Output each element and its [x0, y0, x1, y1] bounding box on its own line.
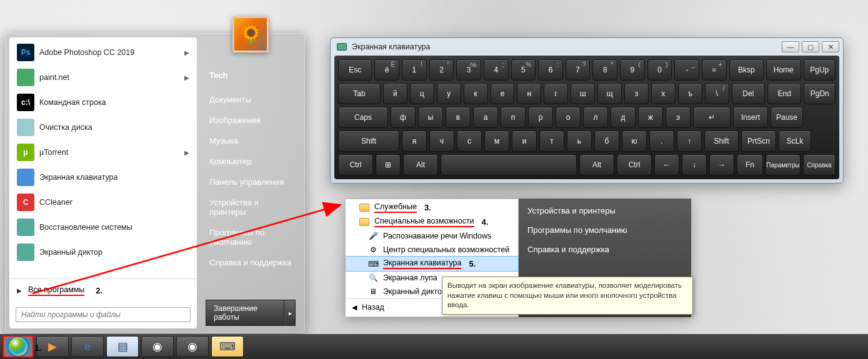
key[interactable]: %5 [511, 59, 536, 81]
key[interactable]: End [767, 83, 801, 104]
key[interactable]: о [556, 107, 581, 128]
key[interactable]: *8 [592, 59, 617, 81]
key[interactable]: (9 [620, 59, 645, 81]
key[interactable]: Alt [579, 154, 614, 175]
key[interactable]: э [666, 107, 691, 128]
key[interactable]: Alt [403, 154, 438, 175]
key[interactable]: . [649, 130, 674, 152]
key[interactable]: р [528, 107, 553, 128]
key[interactable]: ш [571, 83, 595, 104]
shutdown-button[interactable]: Завершение работы [206, 300, 284, 326]
start-right-link[interactable]: Устройства и принтеры [206, 192, 296, 222]
key[interactable]: → [709, 154, 734, 175]
start-right-link[interactable]: Программы по умолчанию [206, 222, 296, 252]
start-button[interactable] [2, 335, 34, 358]
key[interactable] [441, 154, 577, 175]
app-item[interactable]: Очистка диска [12, 115, 194, 140]
key[interactable]: ф [391, 107, 416, 128]
taskbar-chrome2[interactable]: ◉ [176, 336, 209, 357]
start-right-link[interactable]: Изображения [206, 110, 296, 130]
program-item[interactable]: ⚙Центр специальных возможностей [346, 243, 518, 257]
key[interactable]: ↓ [682, 154, 707, 175]
key[interactable]: Pause [771, 107, 803, 128]
key[interactable]: к [464, 83, 488, 104]
key[interactable]: е [491, 83, 515, 104]
start-right-link[interactable]: Компьютер [206, 151, 296, 172]
key[interactable]: щ [597, 83, 622, 104]
app-item[interactable]: c:\ Командная строка [12, 90, 194, 115]
key[interactable]: += [702, 59, 727, 81]
key[interactable]: Insert [733, 107, 768, 128]
key[interactable]: )0 [647, 59, 672, 81]
key[interactable]: :6 [538, 59, 563, 81]
key[interactable]: ;4 [484, 59, 509, 81]
taskbar-libre[interactable]: ▤ [106, 336, 139, 357]
key[interactable]: Bksp [729, 59, 764, 81]
key[interactable]: п [501, 107, 526, 128]
osk-titlebar[interactable]: Экранная клавиатура — ▢ ✕ [331, 38, 843, 56]
key[interactable]: а [473, 107, 498, 128]
key[interactable]: н [517, 83, 541, 104]
close-button[interactable]: ✕ [822, 41, 839, 52]
folder-item[interactable]: Служебные3. [346, 200, 518, 215]
key[interactable]: ⊞ [376, 154, 401, 175]
start-right-link[interactable]: Документы [206, 89, 296, 110]
key[interactable]: и [512, 130, 537, 152]
key[interactable]: ↑ [677, 130, 702, 152]
submenu-right-link[interactable]: Программы по умолчанию [527, 225, 682, 235]
key[interactable]: м [484, 130, 509, 152]
key[interactable]: Tab [338, 83, 381, 104]
key[interactable]: PgDn [804, 83, 836, 104]
key[interactable]: ч [429, 130, 454, 152]
key[interactable]: Shift [704, 130, 739, 152]
key[interactable]: ы [418, 107, 443, 128]
maximize-button[interactable]: ▢ [802, 41, 819, 52]
taskbar-ie[interactable]: e [71, 336, 104, 357]
key[interactable]: й [383, 83, 407, 104]
app-item[interactable]: Экранная клавиатура [12, 165, 194, 190]
key[interactable]: х [651, 83, 676, 104]
user-name[interactable]: Tech [206, 65, 296, 86]
key[interactable]: я [402, 130, 427, 152]
key[interactable]: Fn [737, 154, 763, 175]
start-right-link[interactable]: Справка и поддержка [206, 252, 296, 273]
key[interactable]: Home [766, 59, 801, 81]
app-item[interactable]: Восстановление системы [12, 215, 194, 240]
key[interactable]: Ctrl [617, 154, 652, 175]
app-item[interactable]: Экранный диктор [12, 240, 194, 265]
key[interactable]: г [544, 83, 568, 104]
key[interactable]: Ёё [374, 59, 399, 81]
key[interactable]: ScLk [779, 130, 811, 152]
key[interactable]: в [446, 107, 471, 128]
start-right-link[interactable]: Панель управления [206, 172, 296, 192]
key[interactable]: Параметры [766, 154, 801, 175]
key[interactable]: д [611, 107, 636, 128]
key[interactable]: ↵ [693, 107, 731, 128]
key[interactable]: PrtScn [741, 130, 776, 152]
program-item[interactable]: ⌨Экранная клавиатура5. [346, 257, 518, 271]
start-right-link[interactable]: Музыка [206, 130, 296, 151]
key[interactable]: ж [638, 107, 663, 128]
key[interactable]: !1 [402, 59, 427, 81]
key[interactable]: _- [674, 59, 699, 81]
all-programs[interactable]: ▶ Все программы 2. [9, 278, 197, 302]
key[interactable]: б [594, 130, 619, 152]
key[interactable]: Caps [338, 107, 388, 128]
key[interactable]: Ctrl [338, 154, 373, 175]
key[interactable]: Справка [803, 154, 836, 175]
search-input[interactable] [16, 307, 191, 322]
key[interactable]: PgUp [804, 59, 836, 81]
key[interactable]: у [437, 83, 461, 104]
submenu-right-link[interactable]: Устройства и принтеры [527, 206, 682, 215]
shutdown-options-button[interactable]: ▸ [284, 300, 296, 326]
minimize-button[interactable]: — [782, 41, 799, 52]
app-item[interactable]: µ µTorrent ▶ [12, 140, 194, 165]
app-item[interactable]: Ps Adobe Photoshop CC 2019 ▶ [12, 40, 194, 65]
key[interactable]: ц [410, 83, 434, 104]
taskbar-osk[interactable]: ⌨ [211, 336, 244, 357]
key[interactable]: "2 [429, 59, 454, 81]
key[interactable]: т [539, 130, 564, 152]
key[interactable]: /\ [705, 83, 729, 104]
key[interactable]: ю [622, 130, 647, 152]
app-item[interactable]: C CCleaner [12, 190, 194, 215]
